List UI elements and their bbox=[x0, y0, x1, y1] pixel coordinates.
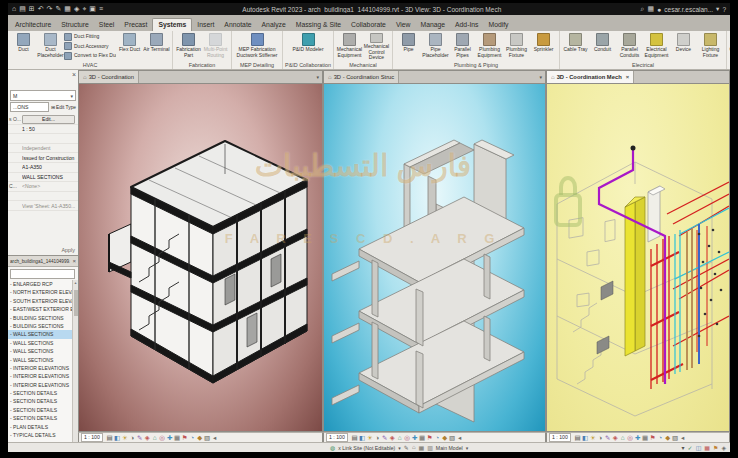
ribbon-button[interactable]: Sprinkler bbox=[530, 32, 557, 61]
view-control-icon[interactable]: ▦ bbox=[418, 433, 426, 442]
qat-icon[interactable]: ⊞ bbox=[29, 4, 35, 14]
ribbon-button[interactable]: Fabrication Part bbox=[175, 32, 202, 61]
view-control-icon[interactable]: ◂ bbox=[679, 433, 687, 442]
active-workset-selector[interactable]: x Link Site (Not Editable) bbox=[338, 445, 395, 451]
viewport-arch-section[interactable] bbox=[78, 83, 323, 432]
ribbon-button[interactable]: P&ID Modeler bbox=[285, 32, 331, 61]
status-filter-icon[interactable]: ▾ bbox=[682, 444, 685, 451]
ribbon-button[interactable]: Duct bbox=[10, 32, 37, 61]
view-control-icon[interactable]: ⌂ bbox=[396, 433, 404, 442]
view-control-icon[interactable]: ☀ bbox=[366, 433, 374, 442]
ribbon-button[interactable]: Mechanical Equipment bbox=[336, 32, 363, 61]
view-control-icon[interactable]: ⚑ bbox=[181, 433, 189, 442]
status-filter-icon[interactable]: ◫ bbox=[696, 444, 702, 451]
view-control-icon[interactable]: ◑ bbox=[128, 433, 136, 442]
sheet-list-item[interactable]: - INTERIOR ELEVATIONS bbox=[8, 372, 73, 380]
view-control-icon[interactable]: ✎ bbox=[381, 433, 389, 442]
tab-list-caret-icon[interactable]: ▾ bbox=[313, 74, 322, 80]
view-control-icon[interactable]: ◧ bbox=[358, 433, 366, 442]
view-control-icon[interactable]: ☀ bbox=[589, 433, 597, 442]
view-control-icon[interactable]: ⌂ bbox=[151, 433, 159, 442]
view-control-icon[interactable]: ◈ bbox=[143, 433, 151, 442]
chevron-down-icon[interactable]: ▾ bbox=[398, 445, 401, 451]
view-control-icon[interactable]: ◂ bbox=[211, 433, 219, 442]
qat-icon[interactable]: ◈ bbox=[74, 4, 79, 14]
browser-search-input[interactable] bbox=[10, 269, 75, 279]
view-control-icon[interactable]: ✎ bbox=[604, 433, 612, 442]
ribbon-button[interactable]: Plumbing Equipment bbox=[476, 32, 503, 61]
ribbon-tab[interactable]: Systems bbox=[152, 18, 192, 31]
close-view-icon[interactable]: × bbox=[626, 74, 629, 80]
tab-list-caret-icon[interactable]: ▾ bbox=[536, 74, 545, 80]
chevron-down-icon[interactable]: ▾ bbox=[70, 93, 73, 99]
view-control-icon[interactable]: ▦ bbox=[173, 433, 181, 442]
sheet-list-item[interactable]: - TYPICAL DETAILS bbox=[8, 431, 73, 439]
ribbon-tab[interactable]: Annotate bbox=[219, 19, 256, 31]
view-control-icon[interactable]: ◎ bbox=[403, 433, 411, 442]
property-value[interactable]: A1-A350 bbox=[22, 164, 78, 170]
ribbon-tab[interactable]: Modify bbox=[483, 19, 513, 31]
sheet-list-item[interactable]: - INTERIOR ELEVATIONS bbox=[8, 364, 73, 372]
status-filter-icon[interactable]: ◈ bbox=[721, 444, 726, 451]
ribbon-tab[interactable]: Architecture bbox=[10, 19, 56, 31]
status-icon[interactable]: ▥ bbox=[427, 444, 433, 451]
edit-type-button[interactable]: ⊞ Edit Type bbox=[51, 105, 76, 110]
ribbon-button[interactable]: Multi-Point Routing bbox=[202, 32, 229, 61]
browser-tab[interactable]: arch_buildinga1_144104999.rvt × bbox=[8, 256, 78, 267]
sheet-list-item[interactable]: - SECTION DETAILS bbox=[8, 389, 73, 397]
property-value[interactable]: Issued for Construction bbox=[22, 155, 78, 161]
view-control-icon[interactable]: ▦ bbox=[641, 433, 649, 442]
family-selector[interactable]: M ▾ bbox=[10, 90, 76, 101]
view-control-icon[interactable]: ▧ bbox=[448, 433, 456, 442]
property-value[interactable]: WALL SECTIONS bbox=[22, 174, 78, 180]
view-control-icon[interactable]: ▧ bbox=[671, 433, 679, 442]
help-icon[interactable]: ? bbox=[722, 6, 726, 13]
view-control-icon[interactable]: ▤ bbox=[106, 433, 114, 442]
view-control-icon[interactable]: ✚ bbox=[634, 433, 642, 442]
signed-in-user[interactable]: cesar.r.escalan... bbox=[664, 6, 713, 13]
ribbon-tab[interactable]: Collaborate bbox=[346, 19, 391, 31]
view-control-icon[interactable]: ◧ bbox=[113, 433, 121, 442]
property-value[interactable]: Independent bbox=[22, 145, 78, 151]
ribbon-button[interactable]: Convert to Flex Duct bbox=[64, 51, 116, 61]
view-control-icon[interactable]: ◧ bbox=[581, 433, 589, 442]
sheet-list-item[interactable]: - WALL SECTIONS bbox=[8, 330, 73, 338]
scale-button[interactable]: 1 : 100 bbox=[81, 433, 103, 443]
view-control-icon[interactable]: ◆ bbox=[196, 433, 204, 442]
ribbon-button[interactable]: Parallel Pipes bbox=[449, 32, 476, 61]
sheet-list-item[interactable]: - ENLARGED RCP bbox=[8, 280, 73, 288]
sheet-list-item[interactable]: - SECTION DETAILS bbox=[8, 397, 73, 405]
ribbon-button[interactable]: Lighting Fixture bbox=[697, 32, 724, 61]
ribbon-tab[interactable]: Structure bbox=[56, 19, 94, 31]
status-filter-icon[interactable]: ✓ bbox=[688, 444, 693, 451]
sheet-list-item[interactable]: - EAST/WEST EXTERIOR ELEVAT bbox=[8, 305, 73, 313]
ribbon-button[interactable]: Duct Placeholder bbox=[37, 32, 64, 61]
sheet-list-item[interactable]: - INTERIOR ELEVATIONS bbox=[8, 381, 73, 389]
ribbon-button[interactable]: Plumbing Fixture bbox=[503, 32, 530, 61]
qat-icon[interactable]: ↷ bbox=[47, 4, 53, 14]
qat-icon[interactable]: ▤ bbox=[19, 4, 26, 14]
viewport-structural-model[interactable] bbox=[323, 83, 546, 432]
view-control-icon[interactable]: ◔ bbox=[188, 433, 196, 442]
status-filter-icon[interactable]: ▦ bbox=[704, 444, 710, 451]
view-control-icon[interactable]: ▤ bbox=[574, 433, 582, 442]
sheet-list-item[interactable]: - NORTH EXTERIOR ELEVATION bbox=[8, 288, 73, 296]
ribbon-button[interactable]: Mechanical Control Device bbox=[363, 32, 390, 61]
qat-icon[interactable]: ✎ bbox=[55, 4, 61, 14]
ribbon-button[interactable]: Component bbox=[729, 32, 730, 61]
qat-icon[interactable]: ⌖ bbox=[82, 4, 86, 14]
sheet-list-item[interactable]: - BUILDING SECTIONS bbox=[8, 314, 73, 322]
qat-icon[interactable]: ▦ bbox=[64, 4, 71, 14]
view-control-icon[interactable]: ✎ bbox=[136, 433, 144, 442]
ribbon-button[interactable]: Flex Duct bbox=[116, 32, 143, 61]
ribbon-tab[interactable]: Manage bbox=[415, 19, 450, 31]
ribbon-tab[interactable]: Insert bbox=[192, 19, 219, 31]
ribbon-button[interactable]: Electrical Equipment bbox=[643, 32, 670, 61]
view-control-icon[interactable]: ◆ bbox=[664, 433, 672, 442]
property-value[interactable]: View 'Sheet: A1-A350... bbox=[22, 203, 78, 209]
scale-button[interactable]: 1 : 100 bbox=[326, 433, 348, 443]
sheet-list-item[interactable]: - SOUTH EXTERIOR ELEVATION bbox=[8, 297, 73, 305]
view-control-icon[interactable]: ◎ bbox=[158, 433, 166, 442]
keyboard-icon[interactable]: ▦ bbox=[647, 5, 654, 13]
chevron-down-icon[interactable]: ▾ bbox=[466, 445, 469, 451]
